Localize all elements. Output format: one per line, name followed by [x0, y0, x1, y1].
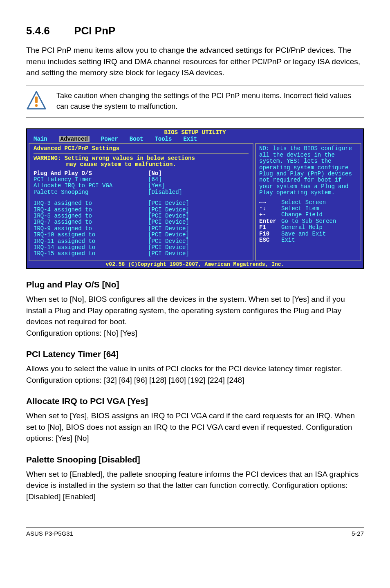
body-pci-latency: Allows you to select the value in units … [26, 363, 364, 386]
bios-item-value: [PCI Device] [148, 226, 249, 232]
bios-item[interactable]: IRQ-14 assigned to [PCI Device] [34, 245, 249, 251]
bios-item[interactable]: IRQ-9 assigned to [PCI Device] [34, 226, 249, 232]
bios-item-value: [PCI Device] [148, 219, 249, 225]
bios-item-label: IRQ-10 assigned to [34, 232, 148, 238]
bios-item-value: [64] [148, 177, 249, 183]
bios-item-label: PCI Latency Timer [34, 177, 148, 183]
nav-key: F1 [259, 224, 281, 231]
caution-icon [26, 90, 47, 112]
bios-item-value: [PCI Device] [148, 232, 249, 238]
bios-menu-exit[interactable]: Exit [183, 136, 197, 142]
bios-menu-advanced[interactable]: Advanced [59, 136, 90, 142]
bios-item-value: [PCI Device] [148, 238, 249, 245]
bios-item-label: Plug And Play O/S [34, 171, 148, 177]
bios-item-label: IRQ-7 assigned to [34, 219, 148, 225]
nav-label: Select Screen [281, 199, 326, 206]
body-palette-snooping: When set to [Enabled], the pallete snoop… [26, 469, 364, 503]
footer-product: ASUS P3-P5G31 [26, 530, 73, 537]
nav-label: Change Field [281, 211, 323, 218]
bios-item[interactable]: Palette Snooping [Disabled] [34, 189, 249, 195]
page-footer: ASUS P3-P5G31 5-27 [26, 527, 364, 537]
nav-key: ESC [259, 237, 281, 243]
bios-item-value: [PCI Device] [148, 200, 249, 206]
bios-title: BIOS SETUP UTILITY [27, 129, 363, 136]
bios-item-label: IRQ-3 assigned to [34, 200, 148, 206]
bios-item-label: IRQ-4 assigned to [34, 207, 148, 213]
subheading-allocate-irq: Allocate IRQ to PCI VGA [Yes] [26, 396, 364, 406]
body-plug-and-play: When set to [No], BIOS configures all th… [26, 294, 364, 339]
caution-text: Take caution when changing the settings … [56, 91, 364, 111]
bios-item-value: [Disabled] [148, 189, 249, 195]
bios-help-panel: NO: lets the BIOS configure all the devi… [255, 143, 361, 261]
bios-item-value: [PCI Device] [148, 213, 249, 219]
intro-paragraph: The PCI PnP menu items allow you to chan… [26, 45, 364, 79]
section-title: PCI PnP [74, 25, 115, 37]
svg-rect-1 [35, 97, 38, 103]
bios-item-value: [PCI Device] [148, 207, 249, 213]
bios-item[interactable]: Plug And Play O/S [No] [34, 171, 249, 177]
nav-key: +- [259, 212, 281, 218]
bios-item-label: Allocate IRQ to PCI VGA [34, 183, 148, 189]
bios-help-text: NO: lets the BIOS configure all the devi… [259, 146, 357, 196]
bios-item-value: [Yes] [148, 183, 249, 189]
nav-label: Go to Sub Screen [281, 218, 336, 224]
section-heading: 5.4.6 PCI PnP [26, 25, 364, 37]
section-number: 5.4.6 [26, 25, 71, 37]
bios-item-value: [PCI Device] [148, 245, 249, 251]
nav-key: Enter [259, 218, 281, 224]
bios-menu-tools[interactable]: Tools [155, 136, 172, 142]
nav-label: Save and Exit [281, 231, 326, 237]
bios-menu-bar: Main Advanced Power Boot Tools Exit [27, 136, 363, 143]
bios-item[interactable]: Allocate IRQ to PCI VGA [Yes] [34, 183, 249, 189]
bios-warning-line2: may cause system to malfunction. [34, 162, 249, 168]
bios-item-label: IRQ-11 assigned to [34, 238, 148, 245]
bios-menu-boot[interactable]: Boot [130, 136, 143, 142]
bios-item-value: [No] [148, 171, 249, 177]
bios-warning-line1: WARNING: Setting wrong values in below s… [34, 155, 249, 162]
bios-item[interactable]: PCI Latency Timer [64] [34, 177, 249, 183]
nav-label: General Help [281, 224, 323, 231]
bios-item-label: IRQ-15 assigned to [34, 251, 148, 257]
body-allocate-irq: When set to [Yes], BIOS assigns an IRQ t… [26, 410, 364, 444]
svg-rect-2 [35, 104, 38, 107]
bios-item-label: IRQ-9 assigned to [34, 226, 148, 232]
bios-item[interactable]: IRQ-4 assigned to [PCI Device] [34, 207, 249, 213]
bios-item-label: IRQ-5 assigned to [34, 213, 148, 219]
subheading-pci-latency: PCI Latency Timer [64] [26, 349, 364, 359]
bios-item[interactable]: IRQ-10 assigned to [PCI Device] [34, 232, 249, 238]
nav-label: Select Item [281, 205, 319, 212]
nav-label: Exit [281, 237, 295, 243]
nav-key: ↑↓ [259, 206, 281, 212]
bios-item-value: [PCI Device] [148, 251, 249, 257]
footer-page-number: 5-27 [352, 530, 364, 537]
bios-item[interactable]: IRQ-15 assigned to [PCI Device] [34, 251, 249, 257]
bios-menu-main[interactable]: Main [34, 136, 47, 142]
bios-item[interactable]: IRQ-3 assigned to [PCI Device] [34, 200, 249, 206]
bios-menu-power[interactable]: Power [101, 136, 118, 142]
subheading-plug-and-play: Plug and Play O/S [No] [26, 280, 364, 290]
bios-item[interactable]: IRQ-5 assigned to [PCI Device] [34, 213, 249, 219]
caution-callout: Take caution when changing the settings … [26, 85, 364, 118]
bios-item-label: IRQ-14 assigned to [34, 245, 148, 251]
bios-item[interactable]: IRQ-11 assigned to [PCI Device] [34, 238, 249, 245]
bios-panel-title: Advanced PCI/PnP Settings [34, 146, 249, 152]
nav-key: ←→ [259, 200, 281, 206]
subheading-palette-snooping: Palette Snooping [Disabled] [26, 455, 364, 465]
nav-key: F10 [259, 231, 281, 237]
bios-screenshot: BIOS SETUP UTILITY Main Advanced Power B… [26, 128, 364, 269]
bios-left-panel: Advanced PCI/PnP Settings WARNING: Setti… [29, 143, 253, 261]
bios-item-label: Palette Snooping [34, 189, 148, 195]
bios-copyright: v02.58 (C)Copyright 1985-2007, American … [27, 261, 363, 267]
bios-item[interactable]: IRQ-7 assigned to [PCI Device] [34, 219, 249, 225]
bios-nav-help: ←→Select Screen ↑↓Select Item +-Change F… [259, 200, 357, 244]
